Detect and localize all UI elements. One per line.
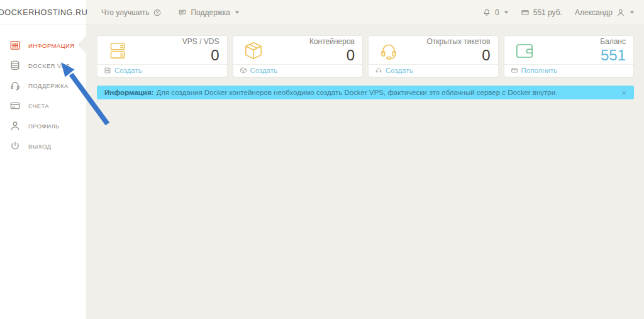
chat-bubble-icon bbox=[178, 8, 187, 17]
support-label: Поддержка bbox=[191, 8, 230, 17]
headset-icon bbox=[377, 40, 400, 62]
card-label: VPS / VDS bbox=[182, 38, 219, 47]
create-container-link[interactable]: Создать bbox=[250, 67, 278, 74]
sidebar-item-logout[interactable]: ВЫХОД bbox=[0, 136, 86, 156]
sidebar-nav: ИНФОРМАЦИЯ DOCKER VPS ПОДДЕРЖКА СЧЕТА bbox=[0, 25, 86, 156]
main-area: Что улучшить Поддержка 0 551 руб. bbox=[86, 0, 644, 319]
user-name: Александр bbox=[575, 8, 613, 17]
bell-icon bbox=[482, 8, 491, 17]
info-banner-label: Информация: bbox=[104, 89, 153, 96]
balance-amount: 551 руб. bbox=[533, 8, 562, 17]
sidebar-item-label: DOCKER VPS bbox=[28, 62, 70, 69]
close-icon[interactable]: × bbox=[621, 89, 626, 97]
user-icon bbox=[9, 120, 21, 132]
improve-link[interactable]: Что улучшить bbox=[101, 8, 162, 17]
stat-card-tickets: Открытых тикетов 0 Создать bbox=[368, 35, 499, 77]
sidebar-item-invoices[interactable]: СЧЕТА bbox=[0, 96, 86, 116]
sidebar-item-information[interactable]: ИНФОРМАЦИЯ bbox=[0, 35, 86, 55]
server-stack-icon bbox=[106, 40, 129, 62]
wallet-icon bbox=[513, 40, 536, 62]
active-item-pointer bbox=[77, 36, 86, 53]
info-banner: Информация: Для создания Docker контейне… bbox=[97, 86, 634, 99]
brand-logo: DOCKERHOSTING.RU bbox=[0, 0, 86, 25]
help-circle-icon bbox=[153, 8, 162, 17]
wallet-icon bbox=[521, 8, 530, 17]
sidebar-item-label: ИНФОРМАЦИЯ bbox=[28, 42, 75, 49]
content-area: VPS / VDS 0 Создать bbox=[86, 25, 644, 319]
card-label: Открытых тикетов bbox=[426, 38, 490, 47]
chevron-down-icon bbox=[235, 11, 239, 14]
info-banner-text: Для создания Docker контейнеров необходи… bbox=[156, 89, 557, 96]
chevron-down-icon bbox=[504, 11, 508, 14]
card-value-balance: 551 bbox=[600, 47, 626, 64]
sidebar-item-label: ВЫХОД bbox=[28, 143, 51, 150]
stat-card-vps: VPS / VDS 0 Создать bbox=[97, 35, 228, 77]
app-window: DOCKERHOSTING.RU ИНФОРМАЦИЯ DOCKER VPS П… bbox=[0, 0, 644, 319]
chevron-down-icon bbox=[630, 11, 634, 14]
support-dropdown[interactable]: Поддержка bbox=[178, 8, 239, 17]
card-value: 0 bbox=[182, 47, 219, 64]
user-menu[interactable]: Александр bbox=[575, 8, 634, 17]
card-value: 0 bbox=[426, 47, 490, 64]
server-stack-icon bbox=[104, 67, 111, 74]
stat-cards-row: VPS / VDS 0 Создать bbox=[97, 35, 634, 77]
sidebar-item-label: СЧЕТА bbox=[28, 103, 49, 109]
database-icon bbox=[9, 60, 21, 71]
card-value: 0 bbox=[309, 47, 355, 64]
sidebar-item-docker-vps[interactable]: DOCKER VPS bbox=[0, 55, 86, 76]
card-label: Баланс bbox=[600, 38, 626, 47]
sidebar: DOCKERHOSTING.RU ИНФОРМАЦИЯ DOCKER VPS П… bbox=[0, 0, 86, 319]
top-up-balance-link[interactable]: Пополнить bbox=[521, 67, 558, 74]
headset-icon bbox=[9, 80, 21, 91]
dashboard-icon bbox=[9, 40, 21, 51]
headset-icon bbox=[375, 67, 382, 74]
user-icon bbox=[616, 8, 625, 17]
balance-link[interactable]: 551 руб. bbox=[521, 8, 562, 17]
sidebar-item-profile[interactable]: ПРОФИЛЬ bbox=[0, 116, 86, 136]
sidebar-item-label: ПРОФИЛЬ bbox=[28, 123, 60, 130]
notifications-dropdown[interactable]: 0 bbox=[482, 8, 508, 17]
card-label: Контейнеров bbox=[309, 38, 355, 47]
sidebar-item-support[interactable]: ПОДДЕРЖКА bbox=[0, 76, 86, 96]
sidebar-item-label: ПОДДЕРЖКА bbox=[28, 82, 69, 89]
stat-card-containers: Контейнеров 0 Создать bbox=[233, 35, 364, 77]
create-ticket-link[interactable]: Создать bbox=[386, 67, 413, 74]
credit-card-icon bbox=[9, 100, 21, 111]
package-box-icon bbox=[242, 40, 265, 62]
stat-card-balance: Баланс 551 Пополнить bbox=[504, 35, 635, 77]
topbar: Что улучшить Поддержка 0 551 руб. bbox=[86, 0, 644, 25]
notifications-count: 0 bbox=[495, 8, 499, 17]
improve-label: Что улучшить bbox=[101, 8, 149, 17]
credit-card-icon bbox=[511, 67, 518, 74]
package-box-icon bbox=[240, 67, 247, 74]
create-vps-link[interactable]: Создать bbox=[114, 67, 142, 74]
power-icon bbox=[9, 140, 21, 152]
